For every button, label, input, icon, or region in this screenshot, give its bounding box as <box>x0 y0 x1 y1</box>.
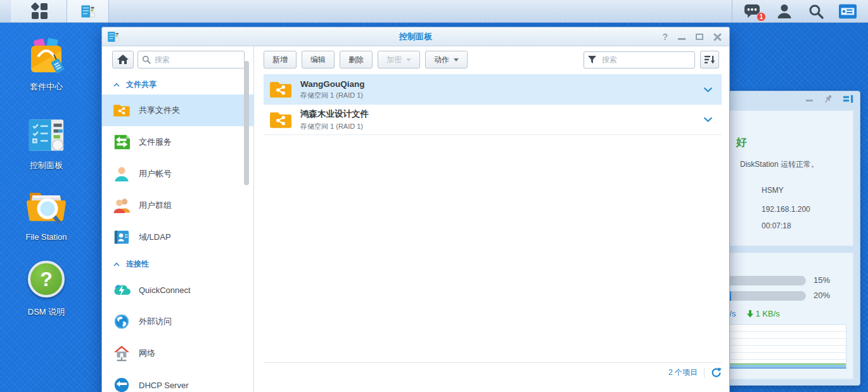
help-button[interactable]: ? <box>662 32 668 42</box>
sidebar: 文件共享 共享文件夹 <box>102 46 254 392</box>
folder-name: WangGouQiang <box>300 79 365 89</box>
widget-minimize-icon[interactable] <box>806 100 813 101</box>
network-icon <box>113 344 131 362</box>
desktop-icon-file-station[interactable]: File Station <box>11 188 81 242</box>
desktop-icon-label: 控制面板 <box>11 160 81 171</box>
sidebar-scrollbar[interactable] <box>244 61 249 185</box>
main-panel: 新增 编辑 删除 加密 动作 <box>254 46 729 392</box>
section-label: 文件共享 <box>126 79 156 90</box>
file-station-icon <box>26 188 67 228</box>
desktop-icon-dsm-help[interactable]: ? DSM 说明 <box>11 259 81 318</box>
home-button[interactable] <box>112 51 134 69</box>
notifications-button[interactable]: 1 <box>744 3 762 20</box>
section-label: 连接性 <box>126 259 149 270</box>
chevron-up-icon <box>113 263 120 266</box>
window-control-panel-icon <box>107 30 120 43</box>
sidebar-item-external-access[interactable]: 外部访问 <box>102 306 253 337</box>
create-button[interactable]: 新增 <box>264 51 297 69</box>
chevron-down-icon <box>703 117 713 122</box>
quickconnect-icon <box>113 281 131 299</box>
widget-layout-icon[interactable] <box>843 95 853 106</box>
sidebar-search-input[interactable] <box>137 51 245 69</box>
uptime-value: 00:07:18 <box>762 221 791 230</box>
sidebar-item-shared-folder[interactable]: 共享文件夹 <box>102 95 253 126</box>
user-options-button[interactable] <box>775 3 793 20</box>
filter-search-input[interactable] <box>584 51 695 69</box>
maximize-button[interactable] <box>696 34 703 40</box>
folder-name: 鸿森木业设计文件 <box>300 108 369 120</box>
refresh-button[interactable] <box>711 367 722 378</box>
sidebar-item-file-services[interactable]: 文件服务 <box>102 126 253 158</box>
refresh-icon <box>711 367 722 378</box>
sidebar-item-label: 网络 <box>139 348 155 359</box>
close-button[interactable] <box>713 33 722 41</box>
window-titlebar[interactable]: 控制面板 ? <box>102 27 729 46</box>
desktop-icon-label: DSM 说明 <box>11 306 81 318</box>
button-label: 动作 <box>434 55 449 65</box>
pilot-view-button[interactable] <box>839 3 857 20</box>
health-status-text: DiskStation 运转正常。 <box>740 159 819 170</box>
sidebar-item-label: 文件服务 <box>139 136 172 148</box>
health-heading: 好 <box>736 135 747 150</box>
sidebar-item-network[interactable]: 网络 <box>102 337 253 369</box>
action-button[interactable]: 动作 <box>425 51 468 69</box>
download-speed-value: 1 KB/s <box>755 309 779 318</box>
dsm-help-icon: ? <box>26 261 67 303</box>
user-account-icon <box>113 165 131 183</box>
encrypt-button: 加密 <box>378 51 420 69</box>
desktop-icon-package-center[interactable]: 套件中心 <box>11 37 81 93</box>
button-label: 新增 <box>272 55 288 65</box>
widget-pin-icon[interactable] <box>823 94 833 107</box>
user-icon <box>777 4 792 19</box>
download-arrow-icon <box>747 310 753 318</box>
item-count: 2 个项目 <box>668 367 698 378</box>
sidebar-item-domain-ldap[interactable]: 域/LDAP <box>102 221 253 253</box>
folder-location: 存储空间 1 (RAID 1) <box>300 91 365 100</box>
search-icon <box>142 55 151 64</box>
sidebar-item-quickconnect[interactable]: QuickConnect <box>102 274 253 306</box>
main-menu-button[interactable] <box>11 0 67 22</box>
folder-location: 存储空间 1 (RAID 1) <box>300 122 369 131</box>
control-panel-window: 控制面板 ? <box>101 27 730 392</box>
sidebar-item-label: DHCP Server <box>139 381 189 390</box>
button-label: 加密 <box>386 55 402 65</box>
search-icon <box>808 4 824 19</box>
sort-icon <box>705 55 715 65</box>
sidebar-item-label: 共享文件夹 <box>139 105 180 116</box>
shared-folder-icon <box>269 79 292 100</box>
delete-button[interactable]: 删除 <box>340 51 373 69</box>
sidebar-item-label: 域/LDAP <box>139 232 171 243</box>
widgets-icon <box>839 4 857 19</box>
expand-row-button[interactable] <box>703 87 713 93</box>
package-center-icon <box>26 37 67 77</box>
toolbar: 新增 编辑 删除 加密 动作 <box>254 46 729 72</box>
sidebar-item-group[interactable]: 用户群组 <box>102 190 253 221</box>
button-label: 删除 <box>348 55 364 65</box>
folder-row-wanggouqiang[interactable]: WangGouQiang 存储空间 1 (RAID 1) <box>264 74 722 105</box>
expand-row-button[interactable] <box>703 117 713 122</box>
sidebar-item-user[interactable]: 用户帐号 <box>102 158 253 190</box>
sort-button[interactable] <box>700 51 719 69</box>
caret-down-icon <box>454 58 459 64</box>
minimize-button[interactable] <box>678 34 686 40</box>
control-panel-icon <box>26 115 67 156</box>
section-file-sharing[interactable]: 文件共享 <box>102 74 253 95</box>
sidebar-item-dhcp-server[interactable]: DHCP Server <box>102 369 253 392</box>
taskbar-control-panel-button[interactable] <box>67 0 109 22</box>
edit-button[interactable]: 编辑 <box>302 51 335 69</box>
filter-icon <box>588 56 596 64</box>
search-button[interactable] <box>807 3 825 20</box>
dhcp-server-icon <box>113 376 131 392</box>
section-connectivity[interactable]: 连接性 <box>102 253 253 274</box>
list-footer: 2 个项目 <box>264 362 722 382</box>
folder-row-hongsen[interactable]: 鸿森木业设计文件 存储空间 1 (RAID 1) <box>264 105 722 135</box>
window-title: 控制面板 <box>102 31 729 42</box>
main-menu-icon <box>32 3 48 19</box>
file-services-icon <box>113 133 131 151</box>
sidebar-item-label: 用户帐号 <box>139 168 172 180</box>
desktop-icon-control-panel[interactable]: 控制面板 <box>11 115 81 171</box>
desktop-icon-label: File Station <box>11 232 81 242</box>
cpu-usage-value: 15% <box>814 275 830 285</box>
server-name-value: HSMY <box>762 186 784 195</box>
home-icon <box>117 55 129 65</box>
